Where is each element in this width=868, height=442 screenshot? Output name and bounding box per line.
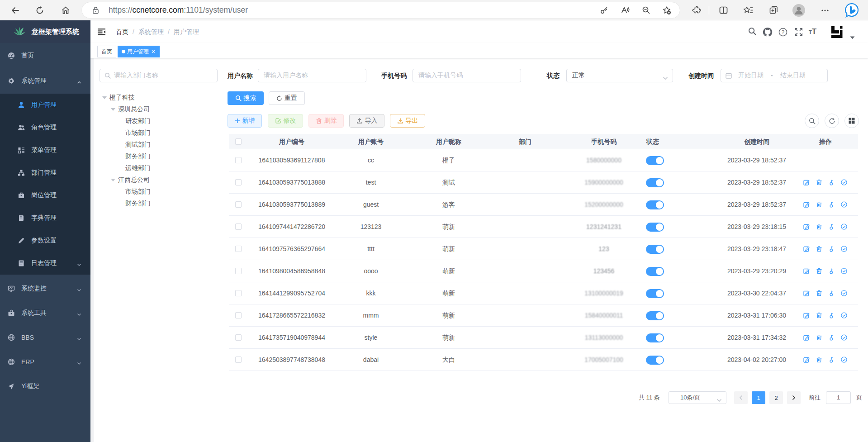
- svg-text:?: ?: [782, 29, 784, 35]
